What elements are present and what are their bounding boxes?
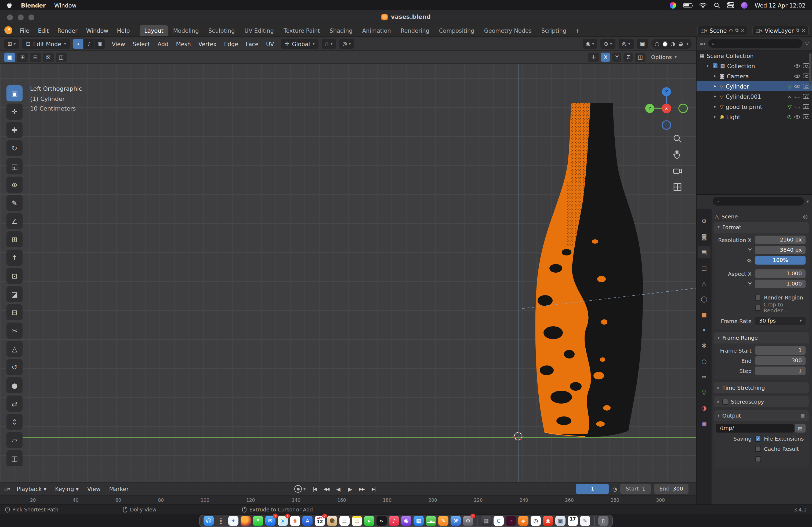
workspace-shading[interactable]: Shading <box>325 25 357 36</box>
frame-end-pill[interactable]: End300 <box>654 484 688 494</box>
clipped-checkbox[interactable] <box>755 456 761 462</box>
stereoscopy-checkbox[interactable] <box>722 399 728 405</box>
menu-render[interactable]: Render <box>53 26 82 35</box>
c-app-dock-icon[interactable]: C <box>494 516 504 526</box>
pin-id-icon[interactable]: ◎ <box>803 213 808 219</box>
extrude-region-tool[interactable]: ↑ <box>6 250 23 266</box>
disable-render-icon[interactable] <box>803 63 809 68</box>
disclosure-icon[interactable]: ▾ <box>705 63 710 68</box>
launchpad-dock-icon[interactable]: ⣿ <box>216 516 226 526</box>
options-dropdown[interactable]: Options ▾ <box>648 54 680 60</box>
viewport-menu-edge[interactable]: Edge <box>220 39 242 48</box>
menu-edit[interactable]: Edit <box>33 26 53 35</box>
toggle-xray-button[interactable]: ▣ <box>637 39 648 49</box>
vertex-select-button[interactable]: ∙ <box>73 39 83 49</box>
disable-render-icon[interactable] <box>803 104 809 109</box>
poly-build-tool[interactable]: △ <box>6 341 23 357</box>
material-properties-tab[interactable]: ◑ <box>698 402 710 414</box>
music-dock-icon[interactable]: ♪ <box>389 516 399 526</box>
folder-dock-icon[interactable]: ▦ <box>481 516 491 526</box>
red-app-dock-icon[interactable]: ◉ <box>543 516 553 526</box>
viewlayer-name[interactable]: ViewLayer <box>765 27 794 33</box>
viewport-menu-select[interactable]: Select <box>129 39 154 48</box>
shading-dropdown-icon[interactable]: ▾ <box>686 41 688 46</box>
menubar-window-menu[interactable]: Window <box>54 2 76 8</box>
output-properties-tab[interactable]: ▤ <box>698 246 710 258</box>
constraints-properties-tab[interactable]: ∞ <box>698 371 710 383</box>
outliner-row-camera[interactable]: ▸ ◙ Camera <box>697 71 812 81</box>
format-section-header[interactable]: ▾ Format ≣ <box>714 222 809 233</box>
pin-scene-icon[interactable]: ⊙ <box>729 28 733 33</box>
outliner-row-cylinder-001[interactable]: ▸ ▽ Cylinder.001 ∞ <box>697 91 812 102</box>
mail-dock-icon[interactable]: ✉1 <box>265 516 276 526</box>
color-wheel-icon[interactable] <box>670 2 677 8</box>
face-select-button[interactable]: ▣ <box>95 39 105 49</box>
proportional-editing-button[interactable]: ◎▾ <box>339 39 354 49</box>
numbers-dock-icon[interactable]: ▂▅▃ <box>426 516 436 526</box>
bevel-tool[interactable]: ◪ <box>6 286 23 302</box>
outliner-row-scene-collection[interactable]: ▦ Scene Collection <box>697 50 812 61</box>
format-presets-icon[interactable]: ≣ <box>800 224 805 230</box>
timeline-editor-type-button[interactable]: ◷▾ <box>4 486 10 491</box>
outliner-row-collection[interactable]: ▾ ✓ ▦ Collection <box>697 61 812 71</box>
select-invert-button[interactable]: ⊠ <box>43 52 54 62</box>
mirror-z-button[interactable]: Z <box>624 52 633 62</box>
world-properties-tab[interactable]: ◯ <box>698 293 710 305</box>
auto-keying-button[interactable] <box>294 485 302 493</box>
reminders-dock-icon[interactable]: ☰ <box>339 516 350 526</box>
new-scene-icon[interactable]: ⧉ <box>735 27 739 33</box>
mirror-y-button[interactable]: Y <box>612 52 622 62</box>
viewport-menu-add[interactable]: Add <box>154 39 172 48</box>
clock-dock-icon[interactable]: ◷ <box>531 516 541 526</box>
file-extensions-checkbox[interactable]: ✓ <box>755 436 761 441</box>
workspace-modeling[interactable]: Modeling <box>168 25 204 36</box>
gizmo-z-negative[interactable] <box>662 121 671 129</box>
select-new-button[interactable]: ▣ <box>4 52 15 62</box>
viewport-menu-view[interactable]: View <box>108 39 129 48</box>
vase-mesh[interactable] <box>516 96 643 437</box>
play-button[interactable]: ▶ <box>345 484 355 494</box>
viewlayer-selector[interactable]: ◫▾ ViewLayer ⧉ ✕ <box>752 26 809 35</box>
output-presets-icon[interactable]: ≣ <box>800 413 805 419</box>
viewport-menu-vertex[interactable]: Vertex <box>195 39 220 48</box>
white-app-dock-icon[interactable]: ✎ <box>580 516 590 526</box>
resolution-x-field[interactable]: 2160 px <box>755 236 806 244</box>
hide-eye-icon[interactable] <box>794 93 801 100</box>
play-reverse-button[interactable]: ◀ <box>333 484 343 494</box>
add-workspace-button[interactable]: + <box>571 26 583 35</box>
viewport-menu-uv[interactable]: UV <box>262 39 278 48</box>
menubar-app-name[interactable]: Blender <box>21 2 46 8</box>
wifi-icon[interactable] <box>699 2 707 8</box>
safari-dock-icon[interactable]: ✦ <box>228 516 238 526</box>
jump-to-start-button[interactable]: |◀ <box>309 484 320 494</box>
system-settings-dock-icon[interactable]: ⚙1 <box>463 516 473 526</box>
select-intersect-button[interactable]: ◫ <box>56 52 67 62</box>
disclosure-icon[interactable]: ▸ <box>713 104 717 109</box>
pictures-folder-dock-icon[interactable]: ▣ <box>555 516 566 526</box>
orange-app-dock-icon[interactable]: ◆ <box>518 516 528 526</box>
navigation-gizmo[interactable]: Z Y X <box>643 85 690 132</box>
hide-eye-icon[interactable] <box>794 83 801 89</box>
object-properties-tab[interactable]: ■ <box>698 308 710 320</box>
outliner-row-light[interactable]: ▸ ◉ Light ◎ <box>697 111 812 122</box>
notes-dock-icon[interactable]: ☰ <box>352 516 362 526</box>
particles-properties-tab[interactable]: ✱ <box>698 340 710 351</box>
scene-selector[interactable]: ◳▾ Scene ⊙ ⧉ ✕ <box>697 26 748 35</box>
blender-logo-icon[interactable] <box>4 26 12 34</box>
remove-viewlayer-icon[interactable]: ✕ <box>801 28 806 33</box>
aspect-x-field[interactable]: 1.000 <box>755 269 806 278</box>
add-cube-tool[interactable]: ⊞ <box>6 231 23 247</box>
jump-next-keyframe-button[interactable]: ▶▶ <box>357 484 367 494</box>
snap-button[interactable]: ∩▾ <box>322 39 336 49</box>
show-overlays-button[interactable]: ◎▾ <box>619 39 634 49</box>
outliner-filter-icon[interactable]: ▽ <box>805 41 809 46</box>
mode-dropdown[interactable]: ⊡ Edit Mode ▾ <box>22 39 70 49</box>
frame-end-field[interactable]: 300 <box>755 356 806 365</box>
gizmo-y-negative[interactable] <box>679 104 687 113</box>
show-gizmo-button[interactable]: ⊕▾ <box>601 39 615 49</box>
viewport-menu-face[interactable]: Face <box>242 39 262 48</box>
time-stretching-header[interactable]: ▸ Time Stretching <box>714 382 809 393</box>
disable-render-icon[interactable] <box>803 114 809 119</box>
timeline-ruler[interactable]: 2040608010012014016018020022024026028030… <box>0 496 696 505</box>
cursor-tool[interactable]: ✛ <box>6 104 23 120</box>
